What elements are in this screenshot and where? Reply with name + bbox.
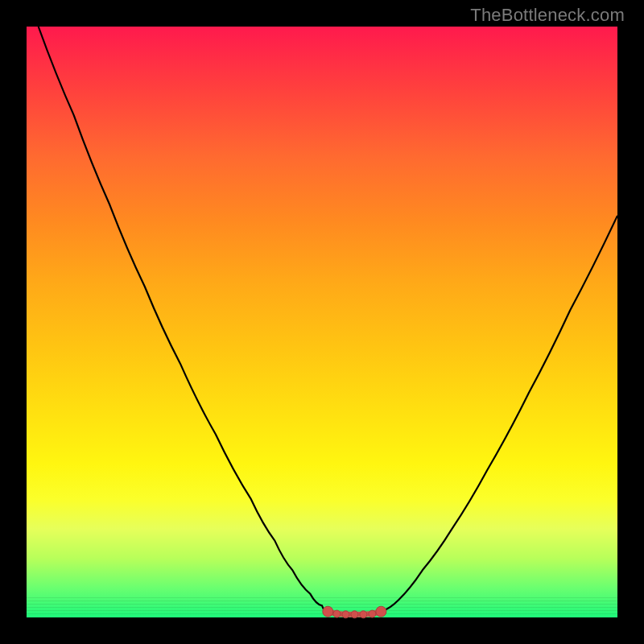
bottom-gradient-stripes: [27, 585, 617, 617]
watermark-text: TheBottleneck.com: [470, 5, 625, 26]
plot-background: [27, 27, 617, 617]
chart-frame: TheBottleneck.com: [0, 0, 644, 644]
